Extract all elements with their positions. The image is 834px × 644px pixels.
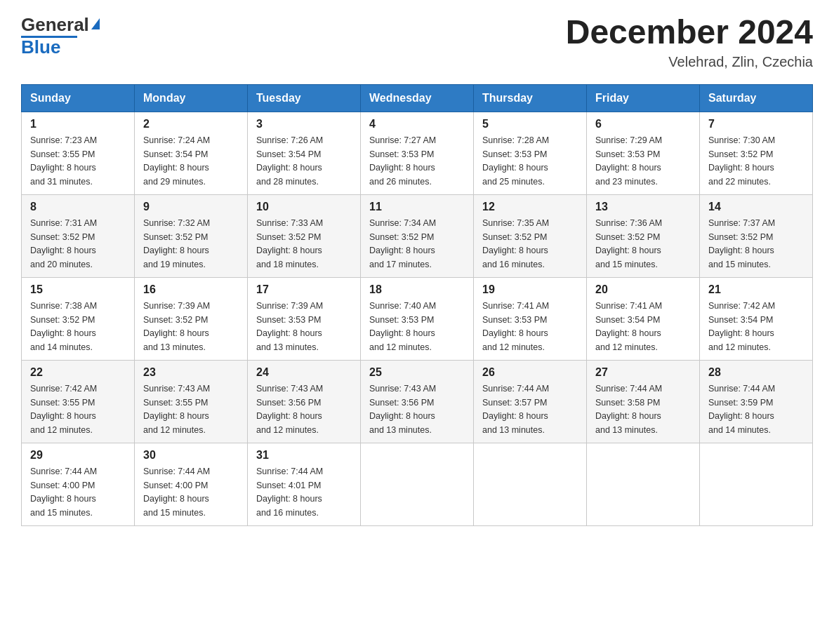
day-info: Sunrise: 7:29 AMSunset: 3:53 PMDaylight:… [595, 135, 662, 187]
month-title: December 2024 [566, 14, 813, 51]
day-number: 2 [143, 118, 239, 130]
calendar-cell: 20 Sunrise: 7:41 AMSunset: 3:54 PMDaylig… [587, 277, 700, 360]
calendar-cell: 4 Sunrise: 7:27 AMSunset: 3:53 PMDayligh… [361, 112, 474, 194]
day-number: 26 [482, 366, 578, 379]
day-number: 10 [256, 201, 352, 213]
calendar-cell: 17 Sunrise: 7:39 AMSunset: 3:53 PMDaylig… [248, 277, 361, 360]
day-number: 14 [708, 201, 804, 213]
day-info: Sunrise: 7:24 AMSunset: 3:54 PMDaylight:… [143, 135, 210, 187]
day-number: 17 [256, 283, 352, 296]
calendar-cell: 25 Sunrise: 7:43 AMSunset: 3:56 PMDaylig… [361, 360, 474, 443]
calendar-cell: 30 Sunrise: 7:44 AMSunset: 4:00 PMDaylig… [135, 443, 248, 525]
calendar-week-row-5: 29 Sunrise: 7:44 AMSunset: 4:00 PMDaylig… [22, 443, 813, 525]
day-info: Sunrise: 7:44 AMSunset: 3:58 PMDaylight:… [595, 384, 662, 435]
day-number: 3 [256, 118, 352, 130]
day-info: Sunrise: 7:43 AMSunset: 3:55 PMDaylight:… [143, 384, 210, 435]
logo-triangle-icon [91, 18, 100, 29]
calendar-cell: 2 Sunrise: 7:24 AMSunset: 3:54 PMDayligh… [135, 112, 248, 194]
day-info: Sunrise: 7:32 AMSunset: 3:52 PMDaylight:… [143, 218, 210, 269]
day-number: 9 [143, 201, 239, 213]
day-info: Sunrise: 7:41 AMSunset: 3:54 PMDaylight:… [595, 301, 662, 352]
day-info: Sunrise: 7:44 AMSunset: 4:00 PMDaylight:… [30, 467, 97, 518]
calendar-cell: 8 Sunrise: 7:31 AMSunset: 3:52 PMDayligh… [22, 194, 135, 277]
day-info: Sunrise: 7:39 AMSunset: 3:52 PMDaylight:… [143, 301, 210, 352]
day-info: Sunrise: 7:43 AMSunset: 3:56 PMDaylight:… [369, 384, 436, 435]
day-info: Sunrise: 7:44 AMSunset: 3:59 PMDaylight:… [708, 384, 775, 435]
calendar-cell: 6 Sunrise: 7:29 AMSunset: 3:53 PMDayligh… [587, 112, 700, 194]
day-info: Sunrise: 7:41 AMSunset: 3:53 PMDaylight:… [482, 301, 549, 352]
calendar-cell [474, 443, 587, 525]
header-sunday: Sunday [22, 84, 135, 112]
day-number: 5 [482, 118, 578, 130]
header-monday: Monday [135, 84, 248, 112]
day-number: 23 [143, 366, 239, 379]
calendar-cell: 5 Sunrise: 7:28 AMSunset: 3:53 PMDayligh… [474, 112, 587, 194]
page-header: General Blue December 2024 Velehrad, Zli… [21, 14, 813, 70]
header-thursday: Thursday [474, 84, 587, 112]
day-number: 25 [369, 366, 465, 379]
day-info: Sunrise: 7:27 AMSunset: 3:53 PMDaylight:… [369, 135, 436, 187]
header-tuesday: Tuesday [248, 84, 361, 112]
calendar-cell: 15 Sunrise: 7:38 AMSunset: 3:52 PMDaylig… [22, 277, 135, 360]
calendar-cell: 1 Sunrise: 7:23 AMSunset: 3:55 PMDayligh… [22, 112, 135, 194]
day-info: Sunrise: 7:38 AMSunset: 3:52 PMDaylight:… [30, 301, 97, 352]
day-number: 31 [256, 449, 352, 462]
day-info: Sunrise: 7:44 AMSunset: 4:01 PMDaylight:… [256, 467, 323, 518]
calendar-cell: 23 Sunrise: 7:43 AMSunset: 3:55 PMDaylig… [135, 360, 248, 443]
day-number: 16 [143, 283, 239, 296]
header-wednesday: Wednesday [361, 84, 474, 112]
day-number: 30 [143, 449, 239, 462]
day-number: 13 [595, 201, 691, 213]
calendar-cell: 11 Sunrise: 7:34 AMSunset: 3:52 PMDaylig… [361, 194, 474, 277]
calendar-cell: 27 Sunrise: 7:44 AMSunset: 3:58 PMDaylig… [587, 360, 700, 443]
calendar-cell: 22 Sunrise: 7:42 AMSunset: 3:55 PMDaylig… [22, 360, 135, 443]
day-number: 15 [30, 283, 126, 296]
day-info: Sunrise: 7:39 AMSunset: 3:53 PMDaylight:… [256, 301, 323, 352]
day-number: 19 [482, 283, 578, 296]
calendar-week-row-3: 15 Sunrise: 7:38 AMSunset: 3:52 PMDaylig… [22, 277, 813, 360]
calendar-cell: 13 Sunrise: 7:36 AMSunset: 3:52 PMDaylig… [587, 194, 700, 277]
day-info: Sunrise: 7:26 AMSunset: 3:54 PMDaylight:… [256, 135, 323, 187]
day-info: Sunrise: 7:28 AMSunset: 3:53 PMDaylight:… [482, 135, 549, 187]
logo-general: General [21, 14, 89, 36]
day-info: Sunrise: 7:33 AMSunset: 3:52 PMDaylight:… [256, 218, 323, 269]
calendar-cell [700, 443, 813, 525]
calendar-cell: 16 Sunrise: 7:39 AMSunset: 3:52 PMDaylig… [135, 277, 248, 360]
calendar-cell [361, 443, 474, 525]
day-number: 28 [708, 366, 804, 379]
day-info: Sunrise: 7:42 AMSunset: 3:54 PMDaylight:… [708, 301, 775, 352]
calendar-cell: 28 Sunrise: 7:44 AMSunset: 3:59 PMDaylig… [700, 360, 813, 443]
day-info: Sunrise: 7:31 AMSunset: 3:52 PMDaylight:… [30, 218, 97, 269]
title-section: December 2024 Velehrad, Zlin, Czechia [566, 14, 813, 70]
day-number: 8 [30, 201, 126, 213]
calendar-cell: 3 Sunrise: 7:26 AMSunset: 3:54 PMDayligh… [248, 112, 361, 194]
header-saturday: Saturday [700, 84, 813, 112]
calendar-week-row-2: 8 Sunrise: 7:31 AMSunset: 3:52 PMDayligh… [22, 194, 813, 277]
day-number: 18 [369, 283, 465, 296]
calendar-cell: 14 Sunrise: 7:37 AMSunset: 3:52 PMDaylig… [700, 194, 813, 277]
logo-blue: Blue [21, 36, 60, 58]
day-info: Sunrise: 7:44 AMSunset: 4:00 PMDaylight:… [143, 467, 210, 518]
calendar-cell: 21 Sunrise: 7:42 AMSunset: 3:54 PMDaylig… [700, 277, 813, 360]
day-info: Sunrise: 7:37 AMSunset: 3:52 PMDaylight:… [708, 218, 775, 269]
calendar-cell: 31 Sunrise: 7:44 AMSunset: 4:01 PMDaylig… [248, 443, 361, 525]
day-info: Sunrise: 7:36 AMSunset: 3:52 PMDaylight:… [595, 218, 662, 269]
calendar-cell: 29 Sunrise: 7:44 AMSunset: 4:00 PMDaylig… [22, 443, 135, 525]
calendar-cell: 24 Sunrise: 7:43 AMSunset: 3:56 PMDaylig… [248, 360, 361, 443]
day-number: 24 [256, 366, 352, 379]
day-number: 27 [595, 366, 691, 379]
day-number: 20 [595, 283, 691, 296]
day-info: Sunrise: 7:44 AMSunset: 3:57 PMDaylight:… [482, 384, 549, 435]
day-info: Sunrise: 7:43 AMSunset: 3:56 PMDaylight:… [256, 384, 323, 435]
day-number: 29 [30, 449, 126, 462]
logo: General Blue [21, 14, 100, 58]
calendar-header-row: Sunday Monday Tuesday Wednesday Thursday… [22, 84, 813, 112]
day-info: Sunrise: 7:35 AMSunset: 3:52 PMDaylight:… [482, 218, 549, 269]
header-friday: Friday [587, 84, 700, 112]
day-number: 7 [708, 118, 804, 130]
location: Velehrad, Zlin, Czechia [566, 54, 813, 70]
calendar-cell: 19 Sunrise: 7:41 AMSunset: 3:53 PMDaylig… [474, 277, 587, 360]
calendar-cell: 18 Sunrise: 7:40 AMSunset: 3:53 PMDaylig… [361, 277, 474, 360]
day-number: 21 [708, 283, 804, 296]
calendar-cell: 12 Sunrise: 7:35 AMSunset: 3:52 PMDaylig… [474, 194, 587, 277]
